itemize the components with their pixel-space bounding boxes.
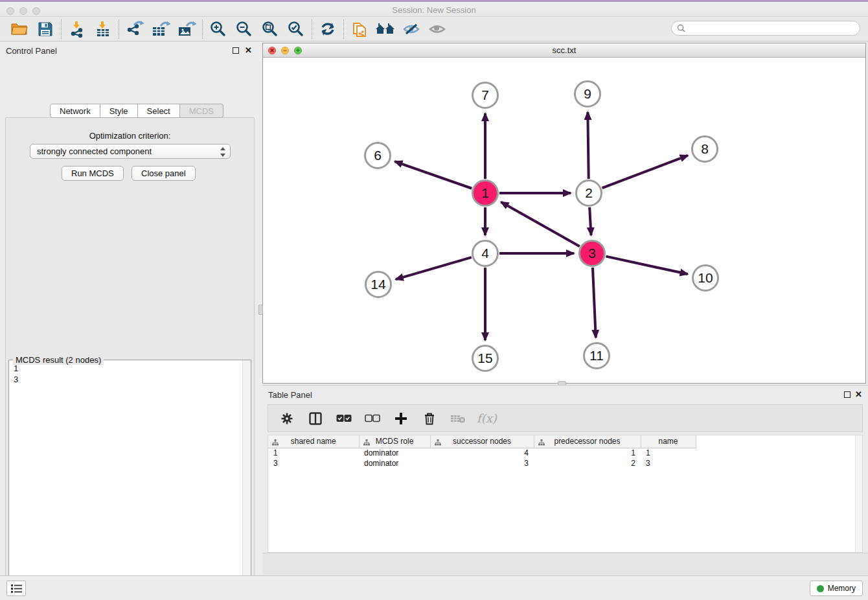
edge-4-14[interactable]: [396, 257, 472, 279]
zoom-out-button[interactable]: [231, 19, 257, 40]
delete-column-button[interactable]: [420, 409, 439, 428]
gear-icon: [280, 412, 293, 425]
import-network-button[interactable]: [64, 19, 90, 40]
close-panel-button[interactable]: Close panel: [131, 166, 196, 181]
zoom-fit-button[interactable]: [257, 19, 283, 40]
tree-column-icon: [538, 439, 545, 448]
close-panel-icon[interactable]: ✕: [855, 389, 862, 399]
graph-node-14[interactable]: 14: [365, 271, 392, 298]
table-cell[interactable]: dominator: [359, 448, 430, 458]
export-network-button[interactable]: [122, 19, 148, 40]
import-table-button[interactable]: [90, 19, 116, 40]
import-network-icon: [69, 21, 86, 38]
delete-table-icon: [450, 413, 466, 424]
optimization-criterion-label: Optimization criterion:: [6, 131, 254, 141]
memory-button[interactable]: Memory: [810, 581, 863, 596]
table-cell[interactable]: dominator: [359, 458, 430, 468]
network-canvas[interactable]: 7968124314101511: [263, 58, 865, 383]
table-cell[interactable]: 1: [641, 448, 696, 458]
hide-details-button[interactable]: [398, 19, 424, 40]
control-panel-tabs: Network Style Select MCDS: [50, 104, 223, 118]
refresh-button[interactable]: [315, 19, 341, 40]
mcds-result-title: MCDS result (2 nodes): [13, 355, 104, 365]
delete-table-button[interactable]: [448, 409, 468, 428]
split-columns-button[interactable]: [306, 409, 325, 428]
toolbar-divider: [202, 19, 203, 39]
table-cell[interactable]: 3: [641, 458, 696, 468]
graph-node-4[interactable]: 4: [472, 240, 499, 267]
column-header-name[interactable]: name: [641, 435, 696, 448]
result-scrollbar[interactable]: [242, 360, 251, 600]
graph-node-2[interactable]: 2: [575, 179, 602, 207]
open-session-button[interactable]: [6, 19, 32, 40]
table-row[interactable]: 3dominator323: [268, 458, 696, 468]
table-cell[interactable]: 1: [534, 448, 641, 458]
add-column-button[interactable]: [391, 409, 411, 428]
graph-node-7[interactable]: 7: [472, 82, 499, 109]
zoom-selected-button[interactable]: [283, 19, 309, 40]
graph-node-9[interactable]: 9: [574, 80, 601, 108]
network-window-titlebar[interactable]: ✕ − + scc.txt: [263, 43, 865, 58]
column-header-predecessor-nodes[interactable]: predecessor nodes: [534, 435, 641, 448]
toolbar-divider: [119, 19, 119, 39]
graph-node-6[interactable]: 6: [364, 142, 391, 169]
table-row[interactable]: 1dominator411: [268, 448, 696, 458]
graph-node-10[interactable]: 10: [692, 264, 719, 292]
edge-3-1[interactable]: [501, 202, 579, 246]
run-mcds-button[interactable]: Run MCDS: [62, 166, 124, 181]
float-panel-icon[interactable]: [844, 391, 851, 398]
close-panel-icon[interactable]: ✕: [245, 45, 252, 55]
tab-style[interactable]: Style: [100, 104, 138, 118]
graph-node-15[interactable]: 15: [472, 345, 499, 372]
search-field[interactable]: [671, 21, 860, 36]
table-settings-button[interactable]: [277, 409, 297, 428]
table-panel-title: Table Panel: [268, 390, 312, 400]
search-input[interactable]: [689, 24, 860, 33]
table-scrollbar[interactable]: [855, 435, 862, 552]
table-cell[interactable]: 4: [430, 448, 534, 458]
zoom-in-button[interactable]: [205, 19, 231, 40]
tab-network[interactable]: Network: [50, 104, 100, 118]
column-header-MCDS-role[interactable]: MCDS role: [359, 435, 430, 448]
duplicate-network-button[interactable]: [347, 19, 372, 40]
edge-2-3[interactable]: [589, 207, 591, 235]
mcds-result-lines: 1 3: [14, 363, 18, 385]
table-cell[interactable]: 3: [430, 458, 534, 468]
vertical-splitter-handle[interactable]: [258, 305, 263, 315]
zoom-in-icon: [210, 21, 227, 38]
deselect-all-button[interactable]: [363, 409, 382, 428]
edge-3-11[interactable]: [593, 268, 596, 338]
column-header-label: shared name: [291, 437, 336, 446]
column-header-shared-name[interactable]: shared name: [268, 435, 359, 448]
select-all-button[interactable]: [334, 409, 354, 428]
export-image-button[interactable]: [174, 19, 200, 40]
float-panel-icon[interactable]: [233, 47, 239, 54]
edge-3-10[interactable]: [606, 257, 687, 274]
edge-2-8[interactable]: [602, 156, 688, 188]
mcds-result-box: MCDS result (2 nodes) 1 3: [8, 360, 251, 600]
table-cell[interactable]: 2: [534, 458, 641, 468]
edge-2-9[interactable]: [588, 112, 588, 179]
edge-1-6[interactable]: [394, 161, 472, 189]
control-panel-header: Control Panel ✕: [0, 41, 260, 60]
show-details-button[interactable]: [424, 19, 450, 40]
panel-list-button[interactable]: [6, 581, 26, 596]
column-header-successor-nodes[interactable]: successor nodes: [430, 435, 534, 448]
table-cell[interactable]: 3: [268, 458, 359, 468]
graph-node-11[interactable]: 11: [583, 342, 610, 369]
houses-button[interactable]: [372, 19, 398, 40]
table-cell[interactable]: 1: [268, 448, 359, 458]
export-table-button[interactable]: [148, 19, 174, 40]
graph-node-8[interactable]: 8: [691, 135, 718, 163]
criterion-select[interactable]: strongly connected component: [30, 144, 231, 159]
graph-node-1[interactable]: 1: [472, 179, 499, 207]
node-table: shared nameMCDS rolesuccessor nodesprede…: [268, 435, 696, 468]
tab-mcds[interactable]: MCDS: [180, 104, 223, 118]
network-window-title: scc.txt: [263, 45, 865, 55]
tab-select[interactable]: Select: [138, 104, 180, 118]
duplicate-network-icon: [351, 20, 368, 38]
graph-node-3[interactable]: 3: [578, 240, 606, 267]
export-network-icon: [125, 21, 144, 38]
mcds-panel-body: Optimization criterion: strongly connect…: [5, 117, 255, 600]
save-session-button[interactable]: [32, 19, 58, 40]
